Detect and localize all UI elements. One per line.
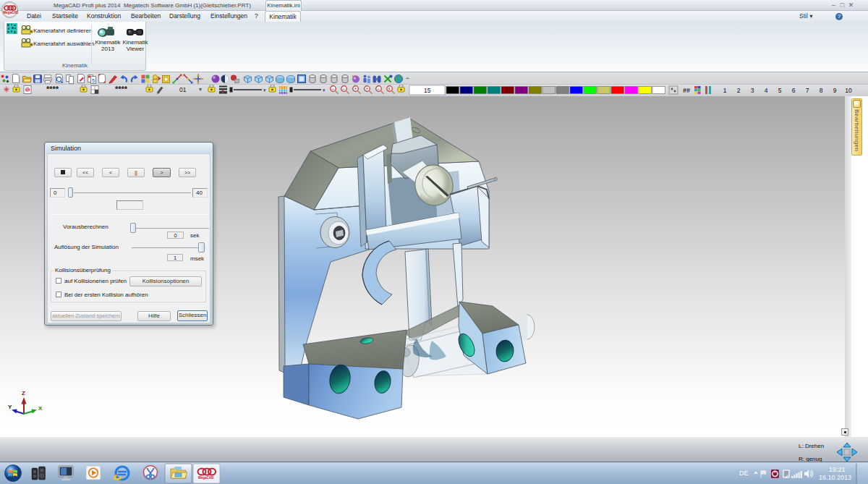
svg-text:SPL: SPL <box>352 75 358 78</box>
svg-text:5: 5 <box>778 87 782 94</box>
svg-text:+: + <box>354 86 357 91</box>
svg-text:+: + <box>365 86 368 91</box>
svg-text:16.10.2013: 16.10.2013 <box>819 474 851 481</box>
svg-text:▾: ▾ <box>323 88 326 93</box>
svg-text:S: S <box>26 88 30 93</box>
svg-text:Y: Y <box>8 404 12 410</box>
svg-text:10: 10 <box>845 87 852 94</box>
svg-text:****: **** <box>115 85 128 93</box>
svg-text:##: ## <box>683 87 690 94</box>
svg-text:1: 1 <box>723 87 727 94</box>
svg-text:X: X <box>38 405 43 412</box>
svg-text:19:21: 19:21 <box>829 466 846 473</box>
svg-text:DE: DE <box>739 470 749 477</box>
svg-text:2: 2 <box>737 87 741 94</box>
svg-text:Z: Z <box>22 390 25 396</box>
svg-text:∸: ∸ <box>405 75 410 82</box>
svg-text:3: 3 <box>751 87 754 94</box>
svg-text:–: – <box>331 86 334 91</box>
svg-text:9: 9 <box>833 87 837 94</box>
svg-text:5: 5 <box>92 78 95 83</box>
svg-text:6: 6 <box>792 87 796 94</box>
svg-text:MegaCAD: MegaCAD <box>3 11 18 14</box>
svg-text:–: – <box>342 86 345 91</box>
svg-text:4: 4 <box>765 87 768 94</box>
svg-text:****: **** <box>46 85 59 93</box>
svg-text:7: 7 <box>806 87 809 94</box>
svg-text:8: 8 <box>820 87 823 94</box>
svg-text:–: – <box>377 86 380 91</box>
svg-text:▾: ▾ <box>199 86 202 93</box>
svg-text:▾: ▾ <box>263 88 266 93</box>
svg-text:01: 01 <box>179 86 187 93</box>
svg-text:MegaCAD: MegaCAD <box>198 476 214 480</box>
svg-text:15: 15 <box>424 87 431 94</box>
